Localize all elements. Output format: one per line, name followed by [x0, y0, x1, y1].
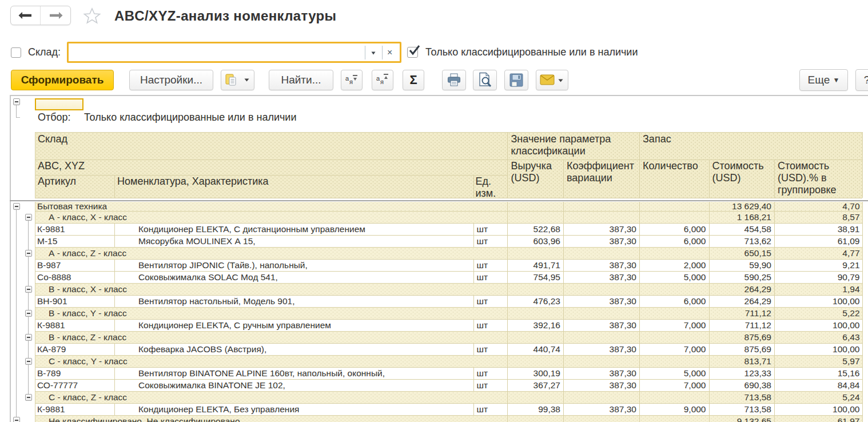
svg-text:я: я — [349, 78, 353, 85]
svg-text:я: я — [380, 78, 384, 85]
svg-text:a: a — [376, 75, 380, 82]
svg-text:a: a — [345, 75, 349, 82]
